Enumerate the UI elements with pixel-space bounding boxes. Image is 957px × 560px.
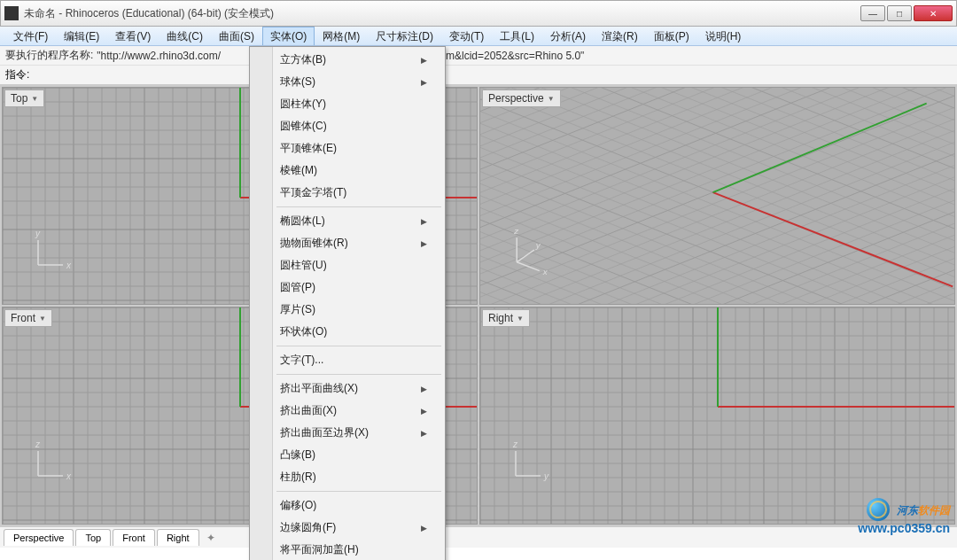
menu-曲线c[interactable]: 曲线(C) bbox=[159, 27, 211, 45]
command-history-line: 要执行的程序名称: "http://www2.rhino3d.com/ faq.… bbox=[0, 46, 957, 66]
svg-text:z: z bbox=[35, 439, 41, 449]
menu-文件f[interactable]: 文件(F) bbox=[5, 27, 56, 45]
close-button[interactable]: ✕ bbox=[914, 5, 953, 21]
menu-item[interactable]: 文字(T)... bbox=[252, 349, 443, 371]
window-title: 未命名 - Rhinoceros (Educational) (64-bit) … bbox=[24, 6, 860, 21]
svg-line-145 bbox=[517, 250, 534, 262]
menu-item[interactable]: 圆柱体(Y) bbox=[252, 93, 443, 115]
viewport-title-right[interactable]: Right ▼ bbox=[482, 309, 530, 327]
menu-面板p[interactable]: 面板(P) bbox=[646, 27, 697, 45]
menu-item[interactable]: 球体(S)▶ bbox=[252, 71, 443, 93]
menu-item[interactable]: 立方体(B)▶ bbox=[252, 49, 443, 71]
viewport-right[interactable]: Right ▼ y z bbox=[479, 307, 955, 525]
menu-工具l[interactable]: 工具(L) bbox=[492, 27, 542, 45]
viewport-label: Right bbox=[488, 312, 513, 324]
svg-line-130 bbox=[580, 88, 954, 237]
add-tab-button[interactable]: ✦ bbox=[201, 529, 221, 547]
menu-编辑e[interactable]: 编辑(E) bbox=[56, 27, 107, 45]
svg-line-91 bbox=[480, 88, 954, 304]
menu-item[interactable]: 棱锥(M) bbox=[252, 159, 443, 182]
svg-text:y: y bbox=[535, 240, 541, 250]
svg-line-103 bbox=[480, 88, 954, 304]
chevron-down-icon: ▼ bbox=[39, 315, 46, 323]
svg-line-83 bbox=[480, 88, 949, 284]
menu-item[interactable]: 圆柱管(U) bbox=[252, 254, 443, 276]
submenu-arrow-icon: ▶ bbox=[421, 217, 427, 226]
menu-item[interactable]: 椭圆体(L)▶ bbox=[252, 210, 443, 232]
svg-line-92 bbox=[480, 88, 954, 304]
viewport-tabs: PerspectiveTopFrontRight✦ bbox=[0, 526, 957, 548]
svg-line-121 bbox=[519, 119, 954, 304]
menu-item[interactable]: 边缘圆角(F)▶ bbox=[252, 517, 443, 539]
viewport-grid: Top ▼ x y Perspective ▼ x y z bbox=[0, 85, 957, 526]
chevron-down-icon: ▼ bbox=[548, 95, 555, 103]
tab-top[interactable]: Top bbox=[75, 529, 111, 546]
viewport-perspective[interactable]: Perspective ▼ x y z bbox=[479, 87, 955, 305]
menu-item[interactable]: 圆锥体(C) bbox=[252, 115, 443, 137]
menu-网格m[interactable]: 网格(M) bbox=[315, 27, 368, 45]
svg-line-79 bbox=[480, 88, 921, 272]
svg-line-75 bbox=[480, 88, 892, 261]
menu-尺寸标注d[interactable]: 尺寸标注(D) bbox=[368, 27, 441, 45]
viewport-title-perspective[interactable]: Perspective ▼ bbox=[482, 89, 561, 107]
menu-item[interactable]: 厚片(S) bbox=[252, 299, 443, 321]
viewport-label: Top bbox=[11, 92, 27, 105]
app-icon bbox=[4, 6, 19, 20]
tab-perspective[interactable]: Perspective bbox=[4, 529, 74, 546]
watermark-url: www.pc0359.cn bbox=[858, 521, 950, 535]
menu-item[interactable]: 平顶锥体(E) bbox=[252, 137, 443, 159]
viewport-title-top[interactable]: Top ▼ bbox=[4, 89, 44, 107]
menu-变动t[interactable]: 变动(T) bbox=[441, 27, 492, 45]
svg-line-99 bbox=[480, 88, 954, 304]
watermark-logo-icon bbox=[867, 498, 890, 521]
svg-line-66 bbox=[480, 159, 816, 304]
window-titlebar: 未命名 - Rhinoceros (Educational) (64-bit) … bbox=[0, 0, 957, 27]
menu-item[interactable]: 环状体(O) bbox=[252, 321, 443, 343]
svg-line-125 bbox=[548, 130, 954, 304]
menubar: 文件(F)编辑(E)查看(V)曲线(C)曲面(S)实体(O)网格(M)尺寸标注(… bbox=[0, 27, 957, 46]
command-label: 要执行的程序名称: bbox=[5, 48, 93, 63]
chevron-down-icon: ▼ bbox=[31, 95, 38, 103]
svg-line-93 bbox=[480, 88, 954, 304]
menu-查看v[interactable]: 查看(V) bbox=[107, 27, 159, 45]
svg-line-100 bbox=[480, 88, 954, 304]
solid-menu-dropdown: 立方体(B)▶球体(S)▶圆柱体(Y)圆锥体(C)平顶锥体(E)棱锥(M)平顶金… bbox=[249, 46, 446, 560]
menu-item[interactable]: 将平面洞加盖(H) bbox=[252, 539, 443, 560]
svg-line-97 bbox=[480, 88, 954, 304]
menu-item[interactable]: 抛物面锥体(R)▶ bbox=[252, 232, 443, 254]
svg-line-136 bbox=[624, 88, 954, 219]
menu-item[interactable]: 挤出曲面至边界(X)▶ bbox=[252, 422, 443, 444]
menu-渲染r[interactable]: 渲染(R) bbox=[594, 27, 646, 45]
menu-item[interactable]: 柱肋(R) bbox=[252, 466, 443, 488]
menu-item[interactable]: 挤出曲面(X)▶ bbox=[252, 400, 443, 422]
svg-line-108 bbox=[480, 88, 954, 304]
menu-item[interactable]: 挤出平面曲线(X)▶ bbox=[252, 377, 443, 400]
svg-line-106 bbox=[480, 88, 954, 304]
menu-分析a[interactable]: 分析(A) bbox=[542, 27, 594, 45]
svg-line-95 bbox=[480, 88, 954, 304]
svg-text:y: y bbox=[35, 229, 41, 238]
svg-line-84 bbox=[480, 103, 946, 304]
watermark: 河东软件园 www.pc0359.cn bbox=[858, 498, 950, 535]
tab-right[interactable]: Right bbox=[157, 529, 199, 546]
svg-line-104 bbox=[480, 88, 954, 304]
svg-line-105 bbox=[480, 88, 954, 304]
menu-说明h[interactable]: 说明(H) bbox=[697, 27, 750, 45]
menu-item[interactable]: 凸缘(B) bbox=[252, 444, 443, 466]
menu-separator bbox=[276, 491, 441, 492]
svg-line-124 bbox=[538, 88, 954, 256]
menu-曲面s[interactable]: 曲面(S) bbox=[211, 27, 262, 45]
svg-text:x: x bbox=[66, 471, 72, 481]
menu-item[interactable]: 偏移(O) bbox=[252, 494, 443, 517]
maximize-button[interactable]: □ bbox=[887, 5, 912, 21]
tab-front[interactable]: Front bbox=[113, 529, 155, 546]
submenu-arrow-icon: ▶ bbox=[421, 407, 427, 416]
svg-line-102 bbox=[480, 88, 954, 304]
minimize-button[interactable]: — bbox=[860, 5, 885, 21]
menu-item[interactable]: 圆管(P) bbox=[252, 276, 443, 299]
command-prompt[interactable]: 指令: bbox=[0, 66, 957, 84]
menu-实体o[interactable]: 实体(O) bbox=[262, 27, 315, 45]
menu-item[interactable]: 平顶金字塔(T) bbox=[252, 182, 443, 204]
svg-text:z: z bbox=[512, 439, 518, 449]
viewport-title-front[interactable]: Front ▼ bbox=[4, 309, 52, 327]
